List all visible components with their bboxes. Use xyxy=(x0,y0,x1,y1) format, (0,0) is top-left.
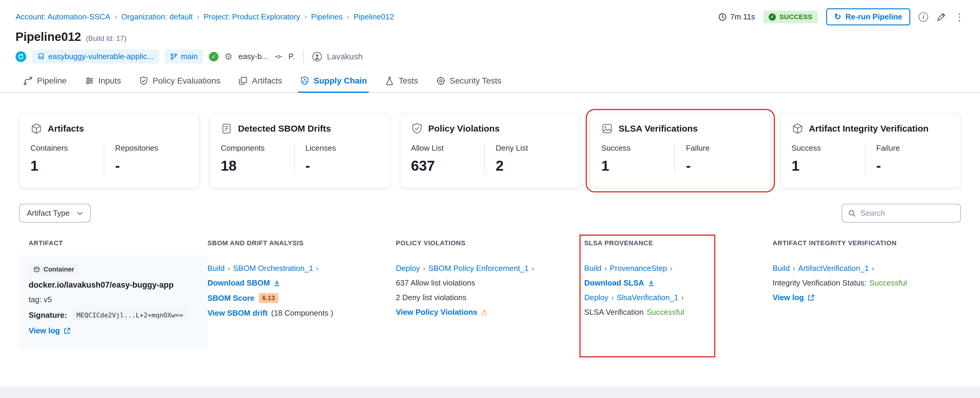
metric-value: - xyxy=(686,158,759,174)
artifact-type-dropdown[interactable]: Artifact Type xyxy=(19,204,91,222)
card-title: SLSA Verifications xyxy=(619,123,698,134)
view-sbom-drift-link[interactable]: View SBOM drift xyxy=(207,308,268,318)
divider xyxy=(303,50,304,63)
tab-supply-chain[interactable]: Supply Chain xyxy=(292,70,375,92)
metric-label: Containers xyxy=(30,144,104,153)
tab-security-tests[interactable]: Security Tests xyxy=(428,70,509,92)
tab-artifacts[interactable]: Artifacts xyxy=(231,70,290,92)
stage-link[interactable]: Build xyxy=(207,264,225,273)
metric-value: 637 xyxy=(411,158,484,174)
chevron-right-icon: › xyxy=(228,264,230,273)
signature-value: MEQCICde2Vjl...L+2+mqnOXw== xyxy=(72,310,188,321)
tab-inputs[interactable]: Inputs xyxy=(77,70,129,92)
card-artifact-integrity: Artifact Integrity Verification Success … xyxy=(780,113,961,188)
metric-value: - xyxy=(305,158,379,174)
integrity-status-label: Integrity Verification Status: xyxy=(773,278,867,288)
step-link[interactable]: ArtifactVerification_1 xyxy=(798,264,869,273)
search-icon xyxy=(848,209,856,217)
page-title: Pipeline012 xyxy=(16,30,81,43)
column-header-integrity: ARTIFACT INTEGRITY VERIFICATION xyxy=(773,239,961,247)
external-link-icon xyxy=(807,294,815,301)
container-icon xyxy=(33,266,40,273)
breadcrumb-organization[interactable]: Organization: default xyxy=(121,12,193,21)
external-link-icon xyxy=(64,327,71,334)
step-link[interactable]: SlsaVerification_1 xyxy=(617,293,678,302)
sliders-icon xyxy=(85,76,94,86)
rerun-label: Re-run Pipeline xyxy=(845,12,902,21)
chevron-right-icon: › xyxy=(872,264,874,273)
step-link[interactable]: ProvenanceStep xyxy=(610,264,667,273)
search-box[interactable] xyxy=(842,204,961,222)
artifact-type-badge: Container xyxy=(29,264,79,275)
sbom-score[interactable]: SBOM Score 6.13 xyxy=(207,293,278,303)
view-policy-violations-link[interactable]: View Policy Violations ⚠ xyxy=(396,308,488,317)
pencil-icon xyxy=(937,12,946,22)
user-name: Lavakush xyxy=(327,52,363,61)
duration-text: 7m 11s xyxy=(730,12,755,21)
sbom-document-icon xyxy=(221,123,232,134)
rerun-pipeline-button[interactable]: ↻ Re-run Pipeline xyxy=(826,8,910,26)
rerun-icon: ↻ xyxy=(834,13,841,21)
chevron-down-icon xyxy=(77,211,83,215)
stage-link[interactable]: Deploy xyxy=(584,293,608,302)
trigger-label: easy-b... xyxy=(239,52,268,61)
stage-link[interactable]: Build xyxy=(773,264,790,273)
commit-icon xyxy=(274,53,283,61)
tab-policy-evaluations[interactable]: Policy Evaluations xyxy=(131,70,228,92)
metric-value: 1 xyxy=(30,158,104,174)
stage-link[interactable]: Build xyxy=(584,264,601,273)
clock-icon xyxy=(718,13,727,21)
step-link[interactable]: SBOM Orchestration_1 xyxy=(233,264,313,273)
breadcrumb: Account: Automation-SSCA › Organization:… xyxy=(16,12,394,21)
info-icon[interactable]: i xyxy=(919,12,928,22)
shield-check-icon xyxy=(139,76,148,86)
metric-value: - xyxy=(115,158,188,174)
breadcrumb-project[interactable]: Project: Product Exploratory xyxy=(204,12,300,21)
download-sbom-link[interactable]: Download SBOM xyxy=(207,278,280,288)
card-title: Policy Violations xyxy=(428,123,500,134)
breadcrumb-account[interactable]: Account: Automation-SSCA xyxy=(16,12,110,21)
step-link[interactable]: SBOM Policy Enforcement_1 xyxy=(428,264,529,273)
artifacts-table: ARTIFACT SBOM AND DRIFT ANALYSIS POLICY … xyxy=(19,239,961,350)
repository-chip[interactable]: easybuggy-vulnerable-applic... xyxy=(32,50,159,64)
metric-label: Failure xyxy=(876,144,950,153)
search-input[interactable] xyxy=(861,209,955,218)
cube-icon xyxy=(792,123,803,134)
tab-tests[interactable]: Tests xyxy=(377,70,426,92)
sbom-cell: Build › SBOM Orchestration_1 › Download … xyxy=(207,256,396,350)
metric-value: 2 xyxy=(496,158,569,174)
more-options-icon[interactable]: ⋮ xyxy=(955,11,964,23)
metric-label: Success xyxy=(792,144,865,153)
metric-label: Repositories xyxy=(115,144,188,153)
chevron-right-icon: › xyxy=(532,264,534,273)
card-title: Artifacts xyxy=(48,123,84,134)
status-badge: ✓ SUCCESS xyxy=(763,11,818,23)
integrity-status-value: Successful xyxy=(869,278,907,288)
slsa-status-value: Successful xyxy=(646,308,684,317)
download-slsa-link[interactable]: Download SLSA xyxy=(584,278,655,288)
column-header-sbom: SBOM AND DRIFT ANALYSIS xyxy=(207,239,396,247)
card-policy-violations: Policy Violations Allow List 637 Deny Li… xyxy=(400,113,580,188)
breadcrumb-pipelines[interactable]: Pipelines xyxy=(311,12,343,21)
metric-label: Failure xyxy=(686,144,759,153)
card-artifacts: Artifacts Containers 1 Repositories - xyxy=(19,113,200,188)
metric-label: Licenses xyxy=(305,144,379,153)
summary-cards: Artifacts Containers 1 Repositories - xyxy=(19,113,961,188)
branch-chip[interactable]: main xyxy=(165,50,203,64)
column-header-policy: POLICY VIOLATIONS xyxy=(396,239,584,247)
view-log-link[interactable]: View log xyxy=(773,293,815,302)
status-text: SUCCESS xyxy=(780,13,813,21)
deny-list-violations: 2 Deny list violations xyxy=(396,293,466,302)
chevron-right-icon: › xyxy=(670,264,672,273)
edit-pipeline-button[interactable] xyxy=(937,12,946,22)
breadcrumb-pipeline012[interactable]: Pipeline012 xyxy=(353,12,394,21)
card-title: Artifact Integrity Verification xyxy=(809,123,929,134)
stage-link[interactable]: Deploy xyxy=(396,264,420,273)
metric-value: - xyxy=(876,158,950,174)
execution-meta: easybuggy-vulnerable-applic... main ✓ ⚙ … xyxy=(16,50,964,64)
view-log-link[interactable]: View log xyxy=(29,326,71,335)
chevron-right-icon: › xyxy=(197,12,200,21)
policy-cell: Deploy › SBOM Policy Enforcement_1 › 637… xyxy=(396,256,584,350)
tab-pipeline[interactable]: Pipeline xyxy=(16,70,75,92)
column-header-artifact: ARTIFACT xyxy=(19,239,207,247)
